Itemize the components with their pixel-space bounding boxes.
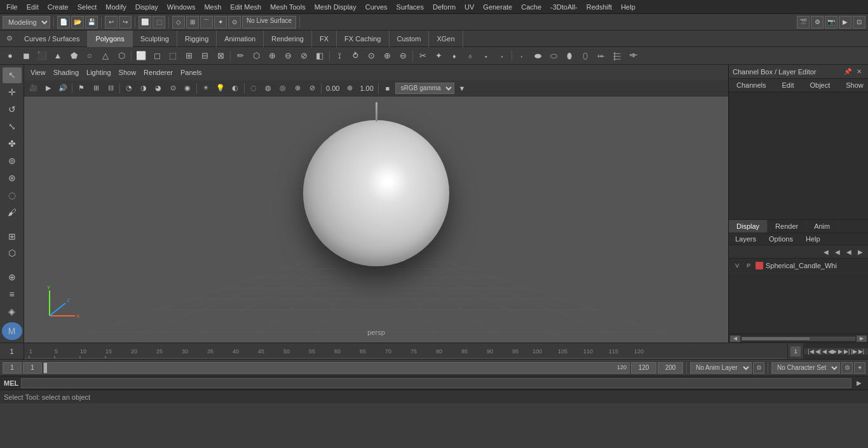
tab-rendering[interactable]: Rendering <box>264 31 312 47</box>
timeline-ruler[interactable]: 1 5 10 15 20 25 30 35 40 45 50 55 60 65 … <box>24 343 787 359</box>
transform-btn[interactable]: ✛ <box>3 85 22 100</box>
soft-select-btn[interactable]: ⊚ <box>3 153 22 169</box>
component-btn[interactable]: ⬡ <box>3 245 22 261</box>
menu-redshift[interactable]: Redshift <box>583 2 616 12</box>
show-manip-btn[interactable]: ⊛ <box>3 170 22 186</box>
char-set-dropdown[interactable]: No Character Set <box>771 362 840 374</box>
select-mode-btn[interactable]: ↖ <box>3 67 22 83</box>
separate-icon-btn[interactable]: ⊖ <box>280 48 295 64</box>
layer-v-btn[interactable]: V <box>733 261 742 270</box>
snap-settings-btn[interactable]: ⊞ <box>3 228 22 244</box>
shrink-select-btn[interactable]: ⊖ <box>395 48 410 64</box>
torus-icon-btn[interactable]: ○ <box>82 48 97 64</box>
paint-sel-btn[interactable]: 🖌 <box>3 204 22 220</box>
tab-sculpting[interactable]: Sculpting <box>133 31 177 47</box>
render-settings-btn[interactable]: ⚙ <box>811 16 824 29</box>
pb-play-back[interactable]: ◀▶ <box>828 348 837 355</box>
render-proxy-btn[interactable]: ◈ <box>3 304 22 320</box>
nurbs-icon-btn[interactable]: ⊟ <box>197 48 212 64</box>
surface-icon-btn[interactable]: ⊠ <box>213 48 228 64</box>
rp-help-tab[interactable]: Help <box>799 233 827 245</box>
menu-modify[interactable]: Modify <box>102 2 130 12</box>
offset-edge-btn[interactable]: ⬧ <box>447 48 462 64</box>
lasso-btn[interactable]: ⬚ <box>153 16 165 29</box>
pen-icon-btn[interactable]: ✏ <box>233 48 248 64</box>
tab-custom[interactable]: Custom <box>390 31 430 47</box>
rp-channels-tab[interactable]: Channels <box>729 79 774 92</box>
camera-btn[interactable]: 📷 <box>825 16 837 29</box>
rp-close-btn[interactable]: ✕ <box>854 67 864 77</box>
rp-edit-tab[interactable]: Edit <box>774 79 802 92</box>
menu-curves[interactable]: Curves <box>362 2 391 12</box>
extrude-icon-btn[interactable]: ⬡ <box>248 48 264 64</box>
face-mode-btn[interactable]: ⬜ <box>133 48 149 64</box>
range-end-input[interactable] <box>631 362 656 374</box>
grow-select-btn[interactable]: ⊕ <box>379 48 395 64</box>
rp-object-tab[interactable]: Object <box>802 79 838 92</box>
tab-animation[interactable]: Animation <box>217 31 264 47</box>
cube-icon-btn[interactable]: ◼ <box>18 48 34 64</box>
rp-scroll-left[interactable]: ◀ <box>730 336 740 342</box>
max-end-input[interactable] <box>658 362 683 374</box>
menu-edit[interactable]: Edit <box>23 2 43 12</box>
chamfer-vert-btn[interactable]: ⬫ <box>514 48 529 64</box>
menu-cache[interactable]: Cache <box>517 2 545 12</box>
snap-surface-btn[interactable]: ◇ <box>172 16 185 29</box>
menu-mesh[interactable]: Mesh <box>200 2 225 12</box>
anim-layer-dropdown[interactable]: No Anim Layer <box>690 362 752 374</box>
select-tool-icon-btn[interactable]: ⟟ <box>332 48 347 64</box>
detach-btn[interactable]: ⬮ <box>562 48 577 64</box>
char-set-extra-btn[interactable]: ✦ <box>854 362 865 374</box>
ring-select-btn[interactable]: ⊙ <box>363 48 379 64</box>
layer-color-swatch[interactable] <box>756 262 763 269</box>
select-btn[interactable]: ⬜ <box>139 16 151 29</box>
smooth-icon-btn[interactable]: ⊞ <box>181 48 196 64</box>
pb-fwd-end[interactable]: ▶| <box>858 348 864 355</box>
script-input[interactable] <box>21 378 851 388</box>
hud-btn[interactable]: ⊡ <box>853 16 865 29</box>
workspace-gear-icon[interactable]: ⚙ <box>3 32 17 46</box>
subdiv-icon-btn[interactable]: ⬚ <box>165 48 180 64</box>
pb-rewind-start[interactable]: |◀ <box>808 348 813 355</box>
pb-next-frame[interactable]: |▶ <box>851 348 857 355</box>
tab-curves-surfaces[interactable]: Curves / Surfaces <box>17 31 88 47</box>
menu-mesh-tools[interactable]: Mesh Tools <box>266 2 309 12</box>
pb-next-key[interactable]: ▶| <box>844 348 850 355</box>
multi-cut-btn[interactable]: ✂ <box>415 48 430 64</box>
snap-curve-btn[interactable]: ⌒ <box>200 16 213 29</box>
menu-edit-mesh[interactable]: Edit Mesh <box>226 2 265 12</box>
smooth2-btn[interactable]: ⬱ <box>609 48 625 64</box>
tab-polygons[interactable]: Polygons <box>88 31 132 47</box>
mirror-icon-btn[interactable]: ⊘ <box>296 48 311 64</box>
frame-input[interactable] <box>23 362 42 374</box>
menu-help[interactable]: Help <box>617 2 639 12</box>
menu-generate[interactable]: Generate <box>479 2 516 12</box>
layer-arrow-4[interactable]: ▶ <box>855 247 865 257</box>
rp-anim-tab[interactable]: Anim <box>806 220 838 233</box>
sculpt-brush-btn[interactable]: ⊕ <box>3 269 22 285</box>
layer-p-btn[interactable]: P <box>744 261 753 270</box>
flip-btn[interactable]: ⬰ <box>593 48 609 64</box>
no-live-surface-btn[interactable]: No Live Surface <box>242 16 296 29</box>
menu-3dtoall[interactable]: -3DtoAll- <box>546 2 581 12</box>
scale-btn[interactable]: ⤡ <box>3 119 22 135</box>
menu-display[interactable]: Display <box>132 2 162 12</box>
pb-prev-frame[interactable]: ◀| <box>815 348 821 355</box>
rp-render-tab[interactable]: Render <box>768 220 806 233</box>
magnet-btn[interactable]: ⊙ <box>228 16 241 29</box>
undo-btn[interactable]: ↩ <box>105 16 118 29</box>
new-scene-btn[interactable]: 📄 <box>57 16 70 29</box>
render-view-btn[interactable]: 🎬 <box>797 16 810 29</box>
menu-create[interactable]: Create <box>44 2 72 12</box>
lasso-tool-btn[interactable]: ◌ <box>3 187 22 203</box>
tab-fx-caching[interactable]: FX Caching <box>337 31 389 47</box>
rotate-btn[interactable]: ↺ <box>3 102 22 118</box>
dup-face-btn[interactable]: ⬯ <box>578 48 593 64</box>
boolean-icon-btn[interactable]: ◧ <box>312 48 327 64</box>
pipe-icon-btn[interactable]: ⬡ <box>114 48 129 64</box>
weld-btn[interactable]: ⬬ <box>530 48 545 64</box>
maya-icon-btn[interactable]: M <box>2 322 22 340</box>
bridge-btn[interactable]: ⬩ <box>478 48 494 64</box>
disc-icon-btn[interactable]: ⬟ <box>66 48 81 64</box>
cone-icon-btn[interactable]: ▲ <box>50 48 65 64</box>
